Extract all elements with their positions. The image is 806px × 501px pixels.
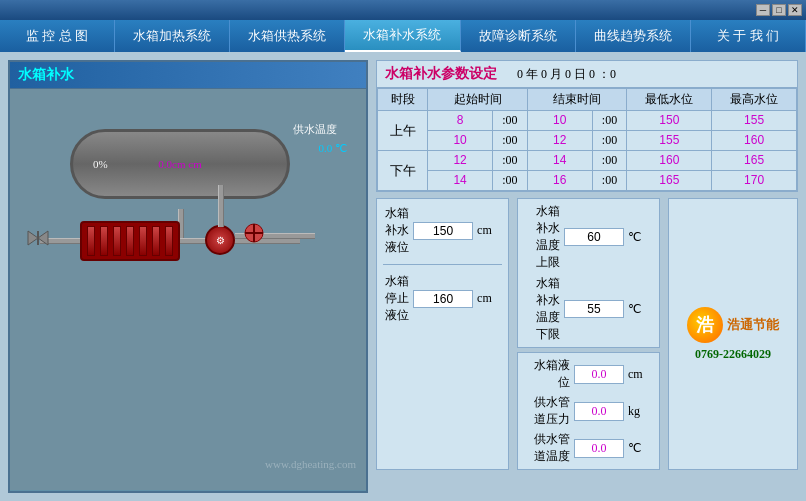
logo-phone: 0769-22664029: [695, 347, 771, 362]
right-panel: 水箱补水参数设定 0 年 0 月 0 日 0 ：0 时段 起始时间 结束时间 最…: [376, 60, 798, 493]
period-cell-am: 上午: [378, 111, 428, 151]
minimize-button[interactable]: ─: [756, 4, 770, 16]
tank-level-row: 水箱液位 0.0 cm: [524, 357, 653, 391]
min-level-1[interactable]: [644, 133, 694, 147]
heat-exchanger: [80, 221, 180, 261]
date-display: 0 年 0 月 0 日 0 ：0: [517, 66, 616, 83]
max-level-1[interactable]: [729, 133, 779, 147]
nav-tabs: 监 控 总 图 水箱加热系统 水箱供热系统 水箱补水系统 故障诊断系统 曲线趋势…: [0, 20, 806, 52]
param-table: 时段 起始时间 结束时间 最低水位 最高水位 上午:00:00:00:00下午:…: [377, 88, 797, 191]
stop-level-row: 水箱停止液位 cm: [383, 273, 502, 324]
param-header: 水箱补水参数设定 0 年 0 月 0 日 0 ：0: [377, 61, 797, 88]
watermark: www.dgheating.com: [265, 458, 356, 470]
svg-marker-1: [38, 231, 48, 245]
end-min-2: :00: [592, 151, 627, 171]
start-hour-1[interactable]: [442, 133, 478, 147]
col-min: 最低水位: [627, 89, 712, 111]
stop-level-input[interactable]: [413, 290, 473, 308]
supply-temp-label: 供水温度: [293, 122, 337, 137]
logo-area: 浩 浩通节能 0769-22664029: [668, 198, 798, 470]
supply-pressure-row: 供水管道压力 0.0 kg: [524, 394, 653, 428]
valve-symbol: [24, 227, 52, 253]
left-panel-title: 水箱补水: [10, 62, 366, 89]
start-hour-0[interactable]: [442, 113, 478, 127]
supply-temp-value: 0.0: [574, 439, 624, 458]
fill-level-row: 水箱补水液位 cm: [383, 205, 502, 256]
stop-level-label: 水箱停止液位: [383, 273, 409, 324]
tab-about[interactable]: 关 于 我 们: [691, 20, 806, 52]
tank-container: 0% 0.0cm cm 供水温度 0.0 ℃: [70, 129, 290, 209]
temp-controls: 水箱补水温度上限 ℃ 水箱补水温度下限 ℃: [517, 198, 660, 348]
temp-upper-label: 水箱补水温度上限: [524, 203, 560, 271]
supply-temp-unit: ℃: [628, 441, 653, 456]
maximize-button[interactable]: □: [772, 4, 786, 16]
bottom-left-controls: 水箱补水液位 cm 水箱停止液位 cm: [376, 198, 509, 470]
bottom-controls: 水箱补水液位 cm 水箱停止液位 cm 水箱补水温度上限 ℃: [376, 198, 798, 470]
end-min-0: :00: [592, 111, 627, 131]
end-min-1: :00: [592, 131, 627, 151]
col-period: 时段: [378, 89, 428, 111]
max-level-3[interactable]: [729, 173, 779, 187]
param-title: 水箱补水参数设定: [385, 65, 497, 83]
temp-upper-row: 水箱补水温度上限 ℃: [524, 203, 653, 271]
readings-panel: 水箱液位 0.0 cm 供水管道压力 0.0 kg 供水管道温度 0.0 ℃: [517, 352, 660, 470]
start-min-1: :00: [492, 131, 527, 151]
tab-monitor[interactable]: 监 控 总 图: [0, 20, 115, 52]
supply-pressure-value: 0.0: [574, 402, 624, 421]
end-hour-2[interactable]: [542, 153, 578, 167]
col-start: 起始时间: [428, 89, 528, 111]
svg-marker-0: [28, 231, 38, 245]
tank-level-unit: cm: [628, 367, 653, 382]
supply-temp-row: 供水管道温度 0.0 ℃: [524, 431, 653, 465]
period-cell-pm: 下午: [378, 151, 428, 191]
supply-temp-label: 供水管道温度: [524, 431, 570, 465]
tab-supply[interactable]: 水箱供热系统: [230, 20, 345, 52]
min-level-0[interactable]: [644, 113, 694, 127]
tab-heating[interactable]: 水箱加热系统: [115, 20, 230, 52]
pump: ⚙: [205, 225, 235, 255]
temp-upper-input[interactable]: [564, 228, 624, 246]
temp-upper-unit: ℃: [628, 230, 653, 245]
left-panel: 水箱补水 0% 0.0cm cm 供水温度 0.0 ℃: [8, 60, 368, 493]
temp-lower-input[interactable]: [564, 300, 624, 318]
tank-percent: 0%: [93, 158, 108, 170]
close-button[interactable]: ✕: [788, 4, 802, 16]
start-min-3: :00: [492, 171, 527, 191]
fill-level-input[interactable]: [413, 222, 473, 240]
title-bar: ─ □ ✕: [0, 0, 806, 20]
tank-cm: 0.0cm cm: [158, 158, 201, 170]
tank-level-value: 0.0: [574, 365, 624, 384]
fill-level-unit: cm: [477, 223, 502, 238]
supply-pressure-label: 供水管道压力: [524, 394, 570, 428]
col-max: 最高水位: [712, 89, 797, 111]
pipe-vertical-2: [218, 185, 224, 227]
param-panel: 水箱补水参数设定 0 年 0 月 0 日 0 ：0 时段 起始时间 结束时间 最…: [376, 60, 798, 192]
supply-pressure-unit: kg: [628, 404, 653, 419]
max-level-2[interactable]: [729, 153, 779, 167]
stop-level-unit: cm: [477, 291, 502, 306]
col-end: 结束时间: [527, 89, 627, 111]
logo-brand: 浩通节能: [727, 316, 779, 334]
start-min-0: :00: [492, 111, 527, 131]
tank-body: 0% 0.0cm cm 供水温度 0.0 ℃: [70, 129, 290, 199]
tank-level-label: 水箱液位: [524, 357, 570, 391]
end-hour-0[interactable]: [542, 113, 578, 127]
start-hour-3[interactable]: [442, 173, 478, 187]
tab-replenish[interactable]: 水箱补水系统: [345, 20, 460, 52]
fill-level-label: 水箱补水液位: [383, 205, 409, 256]
tank-visualization: 0% 0.0cm cm 供水温度 0.0 ℃: [10, 89, 366, 490]
main-content: 水箱补水 0% 0.0cm cm 供水温度 0.0 ℃: [0, 52, 806, 501]
end-hour-1[interactable]: [542, 133, 578, 147]
start-hour-2[interactable]: [442, 153, 478, 167]
temp-lower-unit: ℃: [628, 302, 653, 317]
end-min-3: :00: [592, 171, 627, 191]
end-hour-3[interactable]: [542, 173, 578, 187]
max-level-0[interactable]: [729, 113, 779, 127]
min-level-3[interactable]: [644, 173, 694, 187]
start-min-2: :00: [492, 151, 527, 171]
tab-trend[interactable]: 曲线趋势系统: [576, 20, 691, 52]
min-level-2[interactable]: [644, 153, 694, 167]
tab-fault[interactable]: 故障诊断系统: [461, 20, 576, 52]
temp-lower-row: 水箱补水温度下限 ℃: [524, 275, 653, 343]
supply-temp-value: 0.0 ℃: [319, 142, 348, 155]
